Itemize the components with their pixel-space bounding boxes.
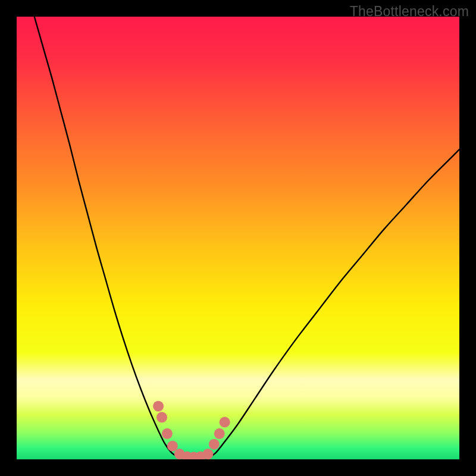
left-marker-1 xyxy=(153,401,164,412)
watermark-text: TheBottleneck.com xyxy=(350,4,469,20)
right-marker-1 xyxy=(202,449,213,459)
right-marker-4 xyxy=(220,417,230,428)
plot-area xyxy=(17,17,459,459)
left-marker-4 xyxy=(167,441,178,452)
right-marker-3 xyxy=(214,428,225,439)
left-marker-3 xyxy=(162,428,173,439)
left-marker-2 xyxy=(156,412,167,422)
right-marker-2 xyxy=(209,439,220,450)
bottleneck-chart xyxy=(17,17,459,459)
outer-frame: TheBottleneck.com xyxy=(0,0,476,476)
gradient-bg xyxy=(17,17,459,459)
